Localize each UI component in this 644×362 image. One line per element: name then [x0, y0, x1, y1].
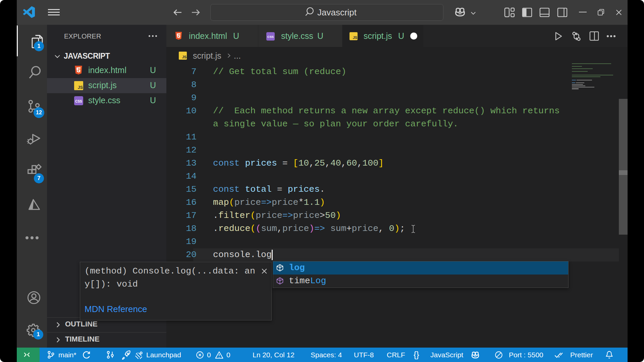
svg-text:CSS: CSS [75, 100, 82, 103]
svg-text:JS: JS [182, 55, 187, 59]
svg-text:CSS: CSS [267, 35, 274, 39]
svg-text:JS: JS [78, 85, 83, 90]
svg-text:JS: JS [353, 36, 358, 40]
